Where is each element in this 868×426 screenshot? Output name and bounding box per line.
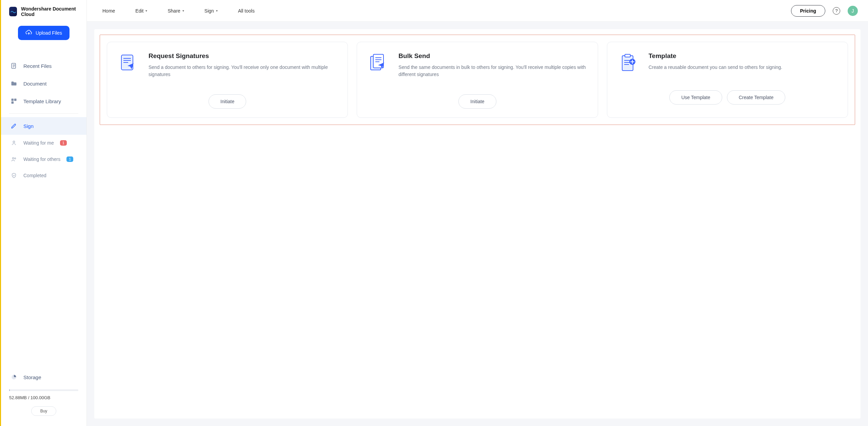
brand-name: Wondershare Document Cloud	[21, 6, 78, 17]
svg-point-5	[13, 158, 14, 159]
badge-count: 1	[66, 156, 73, 162]
sidebar-sub-label: Waiting for me	[23, 140, 54, 146]
sidebar-item-label: Recent Files	[23, 63, 52, 69]
initiate-button[interactable]: Initiate	[458, 94, 496, 109]
sidebar-item-sign[interactable]: Sign	[1, 117, 86, 135]
chevron-down-icon: ▾	[216, 9, 218, 13]
card-desc: Send the same documents in bulk to other…	[398, 64, 587, 78]
sidebar-item-label: Template Library	[23, 98, 61, 104]
card-title: Template	[649, 52, 837, 60]
avatar[interactable]: J	[848, 6, 858, 16]
initiate-button[interactable]: Initiate	[209, 94, 246, 109]
sidebar-sub-label: Completed	[23, 173, 46, 178]
svg-point-4	[13, 141, 15, 143]
svg-rect-12	[625, 54, 630, 57]
svg-rect-1	[12, 99, 14, 101]
badge-count: 1	[60, 140, 67, 146]
sidebar-storage[interactable]: Storage	[9, 371, 78, 383]
topnav-label: Share	[167, 8, 180, 14]
topnav-home[interactable]: Home	[102, 8, 115, 14]
help-icon[interactable]: ?	[833, 7, 840, 15]
svg-point-6	[15, 158, 16, 159]
card-bulk-send: Bulk Send Send the same documents in bul…	[357, 42, 598, 118]
users-icon	[11, 156, 17, 163]
folder-icon	[11, 80, 17, 87]
topnav-label: Edit	[135, 8, 143, 14]
sidebar-sub-completed[interactable]: Completed	[1, 167, 86, 184]
grid-icon	[11, 98, 17, 105]
sidebar-item-label: Document	[23, 81, 46, 87]
card-title: Request Signatures	[149, 52, 337, 60]
document-send-icon	[117, 52, 139, 74]
user-icon	[11, 140, 17, 146]
sidebar-sub-label: Waiting for others	[23, 156, 60, 162]
sidebar-sub-waiting-for-others[interactable]: Waiting for others 1	[1, 151, 86, 167]
sign-cards-highlight: Request Signatures Send a document to ot…	[100, 35, 855, 125]
clipboard-add-icon	[617, 52, 639, 74]
topnav-share[interactable]: Share▾	[167, 8, 184, 14]
topnav-all-tools[interactable]: All tools	[238, 8, 255, 14]
storage-progress-bar	[9, 389, 78, 391]
svg-rect-3	[12, 101, 14, 104]
sidebar-item-document[interactable]: Document	[1, 75, 86, 92]
brand-logo-icon	[9, 7, 17, 16]
topbar: Home Edit▾ Share▾ Sign▾ All tools Pricin…	[87, 0, 868, 22]
chevron-down-icon: ▾	[145, 9, 147, 13]
chevron-down-icon: ▾	[182, 9, 184, 13]
create-template-button[interactable]: Create Template	[727, 90, 785, 105]
card-desc: Send a document to others for signing. Y…	[149, 64, 337, 78]
upload-files-button[interactable]: Upload Files	[18, 26, 70, 40]
storage-label: Storage	[23, 374, 41, 380]
card-desc: Create a reusable document you can send …	[649, 64, 837, 71]
topnav-edit[interactable]: Edit▾	[135, 8, 147, 14]
divider	[9, 113, 78, 114]
topnav-label: All tools	[238, 8, 255, 14]
sidebar-item-label: Sign	[23, 123, 34, 129]
sidebar-sub-waiting-for-me[interactable]: Waiting for me 1	[1, 135, 86, 151]
brand: Wondershare Document Cloud	[1, 6, 86, 22]
buy-button[interactable]: Buy	[31, 406, 57, 416]
svg-rect-2	[14, 99, 17, 101]
pie-icon	[11, 374, 17, 381]
pen-icon	[11, 123, 17, 129]
upload-label: Upload Files	[36, 30, 62, 36]
storage-usage-text: 52.88MB / 100.00GB	[9, 395, 78, 400]
shield-check-icon	[11, 172, 17, 179]
topnav-label: Sign	[204, 8, 214, 14]
pricing-button[interactable]: Pricing	[791, 5, 825, 17]
card-title: Bulk Send	[398, 52, 587, 60]
cloud-upload-icon	[25, 30, 32, 36]
documents-send-icon	[367, 52, 389, 74]
topnav-label: Home	[102, 8, 115, 14]
card-template: Template Create a reusable document you …	[607, 42, 848, 118]
topnav-sign[interactable]: Sign▾	[204, 8, 218, 14]
card-request-signatures: Request Signatures Send a document to ot…	[107, 42, 348, 118]
sidebar-item-template-library[interactable]: Template Library	[1, 92, 86, 110]
use-template-button[interactable]: Use Template	[669, 90, 722, 105]
file-clock-icon	[11, 62, 17, 69]
sidebar-item-recent-files[interactable]: Recent Files	[1, 57, 86, 75]
